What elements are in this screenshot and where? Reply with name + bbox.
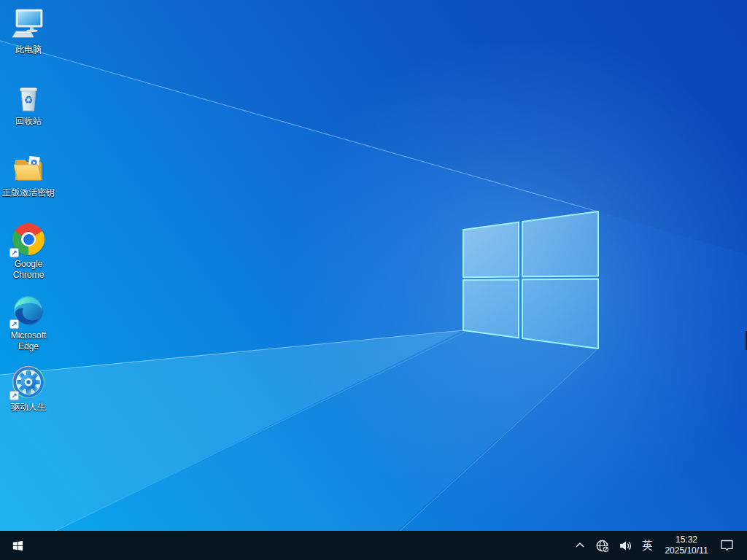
desktop-icon-activation-key[interactable]: 正版激活密钥	[1, 150, 55, 198]
desktop-icon-driver-life[interactable]: ↗ 驱动人生	[1, 365, 55, 413]
desktop-icon-label: 驱动人生	[11, 402, 46, 413]
desktop-icon-microsoft-edge[interactable]: ↗ Microsoft Edge	[1, 293, 55, 352]
ime-indicator[interactable]: 英	[640, 537, 654, 553]
taskbar-clock[interactable]: 15:32 2025/10/11	[661, 534, 712, 556]
taskbar: 英 15:32 2025/10/11	[0, 531, 747, 560]
start-button[interactable]	[0, 531, 35, 560]
desktop-icon-google-chrome[interactable]: ↗ Google Chrome	[1, 222, 55, 281]
edge-icon: ↗	[11, 293, 46, 328]
chevron-up-icon	[574, 540, 586, 551]
windows-start-icon	[12, 540, 24, 552]
chrome-icon: ↗	[11, 222, 46, 257]
svg-text:♻: ♻	[24, 94, 34, 106]
clock-time: 15:32	[676, 534, 697, 545]
desktop-icon-label: 正版激活密钥	[2, 187, 55, 198]
network-status-button[interactable]	[594, 537, 611, 554]
wallpaper	[0, 0, 747, 560]
desktop-icon-recycle-bin[interactable]: ♻ 回收站	[1, 79, 55, 127]
desktop-icon-this-pc[interactable]: 此电脑	[1, 7, 55, 55]
desktop-icon-label: Microsoft Edge	[1, 330, 55, 352]
driver-life-gear-icon: ↗	[11, 365, 46, 400]
clock-date: 2025/10/11	[665, 545, 708, 556]
windows-logo	[463, 211, 598, 349]
desktop-icon-label: Google Chrome	[1, 259, 55, 281]
desktop-icon-label: 回收站	[15, 116, 42, 127]
action-center-button[interactable]	[719, 538, 735, 553]
shortcut-arrow-icon: ↗	[9, 319, 19, 329]
globe-no-internet-icon	[595, 539, 609, 553]
hidden-icons-chevron[interactable]	[573, 538, 587, 553]
shortcut-arrow-icon: ↗	[9, 391, 19, 400]
shortcut-arrow-icon: ↗	[9, 248, 19, 257]
folder-key-icon	[11, 150, 46, 185]
recycle-bin-icon: ♻	[11, 79, 46, 114]
this-pc-icon	[11, 7, 46, 42]
speaker-icon	[619, 539, 632, 553]
volume-button[interactable]	[617, 537, 634, 554]
action-center-icon	[720, 540, 734, 552]
desktop-icon-label: 此电脑	[15, 44, 42, 55]
system-tray: 英 15:32 2025/10/11	[573, 531, 747, 560]
